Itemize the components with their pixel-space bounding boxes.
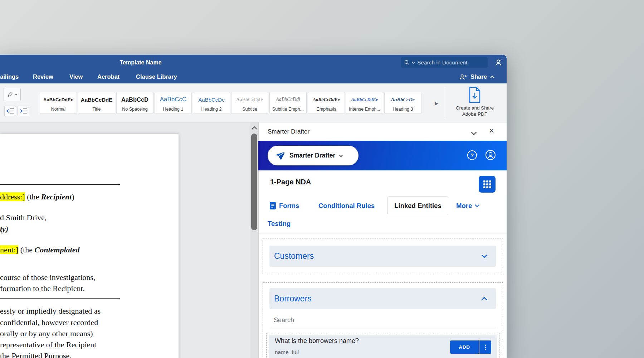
- menu-tab-view[interactable]: View: [69, 70, 83, 83]
- tab-forms[interactable]: Forms: [269, 196, 299, 215]
- word-window: Template Name Search in Document: [0, 55, 507, 358]
- window-title: Template Name: [119, 55, 161, 70]
- style-card-heading1[interactable]: AaBbCcC Heading 1: [155, 92, 192, 114]
- scrollbar-thumb[interactable]: [251, 134, 257, 230]
- document-line: representative of the Recipient: [0, 340, 96, 349]
- smarter-drafter-logo: [274, 151, 286, 161]
- adobe-pdf-icon: [468, 87, 482, 103]
- style-card-no-spacing[interactable]: AaBbCcD No Spaceing: [116, 92, 153, 114]
- chevron-down-icon: [471, 131, 477, 135]
- style-label: Intense Emph...: [349, 107, 380, 112]
- grid-icon: [483, 180, 491, 188]
- document-line: course of those investigations,: [0, 273, 95, 282]
- vertical-dots-icon: ⋮: [482, 343, 489, 351]
- tab-linked-entities-label: Linked Entities: [394, 202, 441, 210]
- document-line: nent:] (the Contemplated: [0, 245, 79, 255]
- menu-tab-review[interactable]: Review: [33, 70, 53, 83]
- style-card-heading2[interactable]: AaBbCcDc Heading 2: [193, 92, 230, 114]
- tabs-divider: [258, 233, 507, 233]
- chevron-up-icon: [481, 297, 487, 301]
- style-sample: AaBbCcDdEe: [351, 92, 378, 107]
- brand-name: Smarter Drafter: [289, 152, 335, 159]
- ribbon-divider: [445, 88, 445, 118]
- tab-linked-entities[interactable]: Linked Entities: [387, 196, 448, 215]
- menu-tab-mailings[interactable]: ailings: [0, 70, 19, 83]
- style-sample: AaBbCcDdEe: [43, 92, 73, 107]
- style-card-subtitle[interactable]: AaBbCcDdE Subtitle: [231, 92, 268, 114]
- tab-more[interactable]: More: [456, 196, 479, 215]
- tab-testing[interactable]: Testing: [268, 217, 291, 231]
- panel-close-button[interactable]: ✕: [489, 127, 494, 135]
- apps-grid-button[interactable]: [479, 176, 496, 193]
- document-line: d Smith Drive,: [0, 213, 47, 222]
- style-card-normal[interactable]: AaBbCcDdEe Normal: [40, 92, 77, 114]
- customers-section-title: Customers: [274, 251, 314, 261]
- person-plus-icon: [459, 74, 467, 80]
- document-horizontal-rule: [0, 298, 120, 299]
- style-card-heading3[interactable]: AaBbCcDc Heading 3: [384, 92, 421, 114]
- document-line: ty): [0, 224, 8, 234]
- style-label: Heading 1: [163, 107, 184, 112]
- panel-collapse-button[interactable]: [471, 130, 477, 137]
- tab-conditional-rules[interactable]: Conditional Rules: [318, 196, 375, 215]
- close-icon: ✕: [489, 127, 494, 135]
- style-card-subtitle-emphasis[interactable]: AaBbCcDdi Subtitle Emph...: [269, 92, 307, 114]
- borrowers-accordion-header[interactable]: Borrowers: [269, 288, 496, 309]
- chevron-up-icon: [490, 76, 494, 78]
- style-sample: AaBbCcC: [160, 92, 187, 107]
- desktop-background: Template Name Search in Document: [0, 0, 644, 358]
- style-label: Title: [92, 107, 101, 112]
- brand-selector[interactable]: Smarter Drafter: [268, 146, 358, 165]
- document-search-box[interactable]: Search in Document: [401, 57, 488, 68]
- formatting-tool-button[interactable]: [4, 88, 21, 101]
- increase-indent-button[interactable]: [18, 106, 29, 116]
- style-label: Subtitle: [242, 107, 257, 112]
- account-button[interactable]: [493, 57, 504, 68]
- create-share-adobe-pdf-button[interactable]: Create and Share Adobe PDF: [450, 87, 500, 121]
- document-line: essly or impliedly designated as: [0, 306, 101, 316]
- style-label: Normal: [51, 107, 65, 112]
- decrease-indent-button[interactable]: [4, 106, 16, 116]
- style-label: Emphasis: [317, 107, 336, 112]
- help-button[interactable]: ?: [467, 150, 477, 160]
- profile-button[interactable]: [485, 150, 496, 162]
- titlebar: Template Name Search in Document: [0, 55, 507, 70]
- profile-icon: [485, 150, 496, 160]
- menubar: ailings Review View Acrobat Clause Libra…: [0, 70, 507, 83]
- document-line: the Permitted Purpose.: [0, 351, 72, 358]
- style-sample: AaBbCcDc: [391, 92, 415, 107]
- document-line: formation to the Recipient.: [0, 284, 85, 293]
- tab-forms-label: Forms: [279, 202, 299, 210]
- style-card-intense-emphasis[interactable]: AaBbCcDdEe Intense Emph...: [346, 92, 383, 114]
- scroll-up-button[interactable]: [252, 125, 257, 129]
- add-button[interactable]: ADD: [450, 340, 479, 354]
- ribbon: AaBbCcDdEe Normal AaBbCcDdE Title AaBbCc…: [0, 83, 507, 122]
- tab-more-label: More: [456, 202, 472, 210]
- chevron-down-icon: [481, 254, 487, 258]
- menu-tab-clause-library[interactable]: Clause Library: [136, 70, 177, 83]
- tab-testing-label: Testing: [268, 220, 291, 228]
- chevron-up-icon: [252, 126, 257, 130]
- document-page[interactable]: ddress:] (the Recipient) d Smith Drive, …: [0, 134, 179, 358]
- style-sample: AaBbCcD: [121, 92, 148, 107]
- style-gallery: AaBbCcDdEe Normal AaBbCcDdE Title AaBbCc…: [40, 92, 421, 114]
- style-sample: AaBbCcDc: [198, 92, 224, 107]
- style-sample: AaBbCcDdE: [236, 92, 264, 107]
- menu-tab-acrobat[interactable]: Acrobat: [97, 70, 119, 83]
- question-overflow-button[interactable]: ⋮: [479, 340, 491, 354]
- share-button[interactable]: Share: [459, 70, 494, 83]
- increase-indent-icon: [20, 108, 28, 114]
- search-icon: [404, 60, 410, 65]
- style-card-emphasis[interactable]: AaBbCcDdEe Emphasis: [308, 92, 345, 114]
- style-gallery-next-button[interactable]: ▶: [433, 98, 440, 108]
- document-line: confidential, however recorded: [0, 318, 98, 327]
- decrease-indent-icon: [6, 108, 14, 114]
- style-label: No Spaceing: [122, 107, 148, 112]
- template-title: 1-Page NDA: [270, 178, 311, 186]
- style-label: Subtitle Emph...: [272, 107, 304, 112]
- question-text: What is the borrowers name?: [275, 337, 359, 345]
- style-card-title[interactable]: AaBbCcDdE Title: [78, 92, 115, 114]
- customers-accordion-header[interactable]: Customers: [269, 246, 496, 267]
- borrowers-search-input[interactable]: [269, 312, 496, 329]
- share-label: Share: [470, 73, 487, 80]
